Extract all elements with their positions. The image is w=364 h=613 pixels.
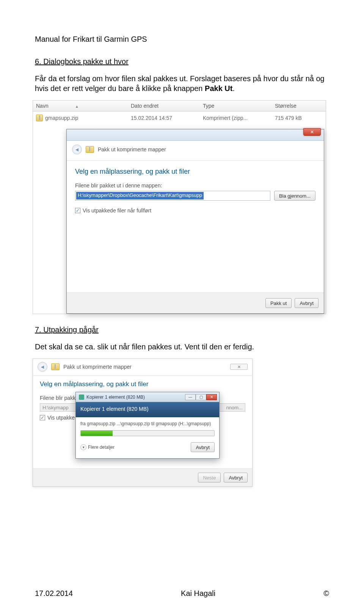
chevron-down-icon: ▾ (80, 444, 86, 450)
minimize-button[interactable]: — (185, 394, 196, 400)
cancel-button[interactable]: Avbryt (295, 298, 318, 308)
zip-icon (36, 115, 43, 121)
progress-bar (80, 430, 215, 436)
copy-from-text: fra gmapsupp.zip ...\gmapsupp.zip til gm… (80, 421, 215, 426)
dialog-header: ◄ Pakk ut komprimerte mapper (67, 141, 324, 161)
show-files-label: Vis utpakkede filer når fullført (83, 207, 151, 214)
file-date: 15.02.2014 14:57 (131, 115, 203, 121)
col-name[interactable]: Navn▲ (36, 103, 131, 109)
page-footer: 17.02.2014 Kai Hagali © (35, 589, 329, 598)
progress-fill (81, 431, 113, 436)
copy-cancel-button[interactable]: Avbryt (191, 442, 215, 452)
browse-button[interactable]: Bla gjennom... (274, 191, 315, 201)
extract-dialog: ✕ ◄ Pakk ut komprimerte mapper Velg en m… (66, 129, 324, 314)
copy-hero: Kopierer 1 element (820 MB) (76, 402, 219, 417)
col-size[interactable]: Størrelse (275, 103, 323, 109)
file-name: gmapsupp.zip (45, 115, 78, 121)
back-icon-2[interactable]: ◄ (38, 362, 47, 372)
maximize-button[interactable]: ▢ (196, 394, 206, 400)
path-value: H:\skymapper\Dropbox\Geocache\Frikart\Ka… (76, 192, 204, 200)
section-6-body: Får da et forslag om hvor filen skal pak… (35, 74, 329, 93)
list-header: Navn▲ Dato endret Type Størrelse (33, 101, 326, 112)
folder-zip-icon-2 (51, 363, 60, 370)
path-label: Filene blir pakket ut i denne mappen: (75, 182, 315, 189)
show-files-checkbox[interactable]: ✓ (75, 208, 80, 213)
file-size: 715 479 kB (275, 115, 323, 121)
footer-author: Kai Hagali (181, 589, 215, 598)
section-7-heading: 7. Utpakking pågår (35, 325, 329, 334)
dialog2-checkbox[interactable]: ✓ (40, 415, 45, 420)
dialog-title: Pakk ut komprimerte mapper (98, 146, 166, 152)
section-7-body: Det skal da se ca. slik ut når filen pak… (35, 342, 329, 352)
path-input[interactable]: H:\skymapper\Dropbox\Geocache\Frikart\Ka… (75, 191, 270, 201)
more-details-label: Flere detaljer (88, 445, 115, 450)
sort-indicator-icon: ▲ (75, 104, 79, 108)
file-row[interactable]: gmapsupp.zip 15.02.2014 14:57 Komprimert… (33, 112, 326, 129)
footer-copyright: © (323, 589, 329, 598)
pakk-ut-bold: Pakk Ut (205, 84, 232, 93)
dialog2-path-right: nnom... (226, 405, 243, 410)
col-type[interactable]: Type (203, 103, 275, 109)
copy-titlebar: Kopierer 1 element (820 MB) — ▢ ✕ (76, 392, 219, 402)
copy-title: Kopierer 1 element (820 MB) (86, 395, 145, 400)
dialog2-header: ◄ Pakk ut komprimerte mapper ✕ (33, 359, 252, 376)
dialog2-close-button[interactable]: ✕ (230, 364, 248, 370)
section-6-tail: . (232, 84, 235, 93)
dialog2-instruction: Velg en målplassering, og pakk ut filer (40, 380, 245, 388)
dialog-instruction: Velg en målplassering, og pakk ut filer (75, 168, 315, 176)
copy-app-icon (79, 395, 84, 400)
footer-date: 17.02.2014 (35, 589, 73, 598)
dialog2-cancel-button[interactable]: Avbryt (224, 473, 248, 483)
extract-button[interactable]: Pakk ut (265, 298, 292, 308)
back-icon[interactable]: ◄ (72, 145, 82, 154)
screenshot-extract-dialog: Navn▲ Dato endret Type Størrelse gmapsup… (33, 100, 326, 314)
next-button: Neste (198, 473, 221, 483)
copy-progress-dialog: Kopierer 1 element (820 MB) — ▢ ✕ Kopier… (75, 392, 220, 459)
col-name-label: Navn (36, 103, 49, 109)
close-button[interactable]: ✕ (303, 128, 321, 136)
folder-zip-icon (86, 146, 94, 153)
dialog-titlebar: ✕ (67, 129, 324, 141)
copy-close-button[interactable]: ✕ (206, 394, 217, 400)
dialog2-title: Pakk ut komprimerte mapper (63, 364, 132, 370)
col-date[interactable]: Dato endret (131, 103, 203, 109)
document-title: Manual for Frikart til Garmin GPS (35, 35, 329, 44)
screenshot-copy-progress: ◄ Pakk ut komprimerte mapper ✕ Velg en m… (33, 358, 253, 487)
dialog2-check-label: Vis utpakke (47, 415, 75, 421)
dialog2-path-left: H:\skymapp (42, 405, 69, 410)
section-6-text: Får da et forslag om hvor filen skal pak… (35, 74, 325, 93)
file-type: Komprimert (zipp... (203, 115, 275, 121)
section-6-heading: 6. Dialogboks pakke ut hvor (35, 57, 329, 66)
more-details-toggle[interactable]: ▾ Flere detaljer (80, 444, 115, 450)
